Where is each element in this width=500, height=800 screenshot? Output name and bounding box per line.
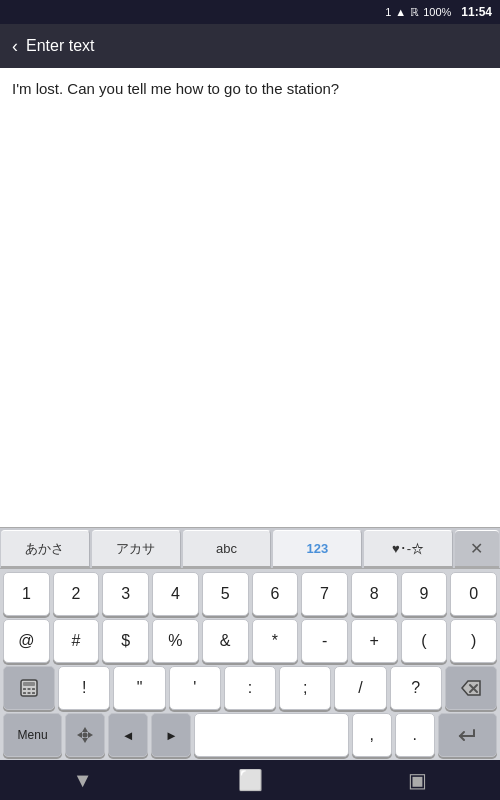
nav-back-button[interactable]: ▼ xyxy=(57,761,109,800)
key-row-numbers: 1 2 3 4 5 6 7 8 9 0 xyxy=(0,569,500,616)
key-left-arrow[interactable]: ◄ xyxy=(108,713,148,757)
key-percent[interactable]: % xyxy=(152,619,199,663)
key-5[interactable]: 5 xyxy=(202,572,249,616)
svg-rect-6 xyxy=(28,692,31,694)
key-open-paren[interactable]: ( xyxy=(401,619,448,663)
text-area-container xyxy=(0,68,500,527)
svg-marker-12 xyxy=(77,732,82,738)
svg-rect-5 xyxy=(23,692,26,694)
key-question[interactable]: ? xyxy=(390,666,442,710)
key-enter[interactable] xyxy=(438,713,497,757)
key-ampersand[interactable]: & xyxy=(202,619,249,663)
key-period[interactable]: . xyxy=(395,713,435,757)
key-9[interactable]: 9 xyxy=(401,572,448,616)
key-0[interactable]: 0 xyxy=(450,572,497,616)
key-exclaim[interactable]: ! xyxy=(58,666,110,710)
wifi-icon: ▲ xyxy=(395,6,406,18)
key-colon[interactable]: : xyxy=(224,666,276,710)
key-plus[interactable]: + xyxy=(351,619,398,663)
key-hash[interactable]: # xyxy=(53,619,100,663)
key-calculator[interactable] xyxy=(3,666,55,710)
signal-icon: 1 xyxy=(385,6,391,18)
extra-icon: ℝ xyxy=(410,6,419,19)
top-bar: ‹ Enter text xyxy=(0,24,500,68)
key-comma[interactable]: , xyxy=(352,713,392,757)
battery-label: 100% xyxy=(423,6,451,18)
key-double-quote[interactable]: " xyxy=(113,666,165,710)
svg-marker-10 xyxy=(82,727,88,732)
key-dollar[interactable]: $ xyxy=(102,619,149,663)
key-6[interactable]: 6 xyxy=(252,572,299,616)
keyboard-tabs: あかさ アカサ abc 123 ♥･-☆ ✕ xyxy=(0,527,500,569)
key-close-paren[interactable]: ) xyxy=(450,619,497,663)
key-menu[interactable]: Menu xyxy=(3,713,62,757)
key-dpad[interactable] xyxy=(65,713,105,757)
key-semicolon[interactable]: ; xyxy=(279,666,331,710)
keyboard: あかさ アカサ abc 123 ♥･-☆ ✕ 1 2 3 4 5 6 7 8 9… xyxy=(0,527,500,760)
key-slash[interactable]: / xyxy=(334,666,386,710)
key-right-arrow[interactable]: ► xyxy=(151,713,191,757)
svg-rect-4 xyxy=(32,688,35,690)
key-space[interactable] xyxy=(194,713,348,757)
key-row-symbols2: ! " ' : ; / ? xyxy=(0,663,500,710)
main-text-input[interactable] xyxy=(12,78,488,517)
nav-home-button[interactable]: ⬜ xyxy=(222,760,279,800)
key-minus[interactable]: - xyxy=(301,619,348,663)
key-8[interactable]: 8 xyxy=(351,572,398,616)
svg-rect-2 xyxy=(23,688,26,690)
page-title: Enter text xyxy=(26,37,94,55)
svg-rect-7 xyxy=(32,692,35,694)
key-asterisk[interactable]: * xyxy=(252,619,299,663)
key-3[interactable]: 3 xyxy=(102,572,149,616)
svg-marker-13 xyxy=(88,732,93,738)
svg-rect-1 xyxy=(23,682,35,686)
svg-point-14 xyxy=(83,733,88,738)
status-bar: 1 ▲ ℝ 100% 11:54 xyxy=(0,0,500,24)
key-4[interactable]: 4 xyxy=(152,572,199,616)
keyboard-close-button[interactable]: ✕ xyxy=(455,530,499,568)
nav-bar: ▼ ⬜ ▣ xyxy=(0,760,500,800)
tab-symbols[interactable]: ♥･-☆ xyxy=(364,530,453,568)
tab-katakana[interactable]: アカサ xyxy=(92,530,181,568)
tab-abc[interactable]: abc xyxy=(183,530,272,568)
key-7[interactable]: 7 xyxy=(301,572,348,616)
status-time: 11:54 xyxy=(461,5,492,19)
tab-num[interactable]: 123 xyxy=(273,530,362,568)
svg-marker-11 xyxy=(82,738,88,743)
key-backspace[interactable] xyxy=(445,666,497,710)
key-1[interactable]: 1 xyxy=(3,572,50,616)
key-2[interactable]: 2 xyxy=(53,572,100,616)
key-at[interactable]: @ xyxy=(3,619,50,663)
nav-recent-button[interactable]: ▣ xyxy=(392,760,443,800)
key-row-symbols1: @ # $ % & * - + ( ) xyxy=(0,616,500,663)
svg-rect-3 xyxy=(28,688,31,690)
tab-hiragana[interactable]: あかさ xyxy=(1,530,90,568)
key-row-bottom: Menu ◄ ► , . xyxy=(0,710,500,760)
key-single-quote[interactable]: ' xyxy=(169,666,221,710)
back-button[interactable]: ‹ xyxy=(12,36,18,57)
